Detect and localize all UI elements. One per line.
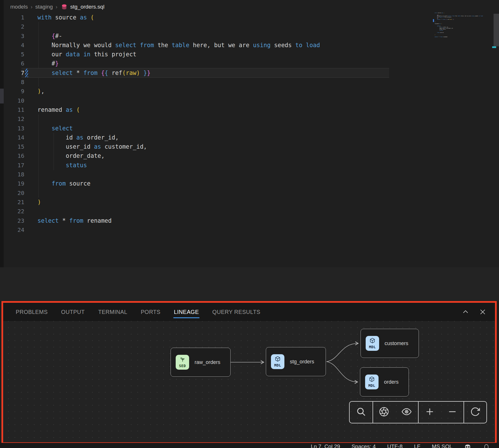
copilot-icon[interactable] <box>464 444 472 448</box>
node-label: customers <box>385 341 408 347</box>
code-line-17[interactable]: 17 status <box>4 161 430 170</box>
line-number: 6 <box>4 59 24 68</box>
seedling-badge: SED <box>176 355 189 370</box>
lineage-edges <box>3 321 495 442</box>
tab-terminal[interactable]: TERMINAL <box>98 309 127 315</box>
cube-badge: MDL <box>366 336 379 351</box>
panel-tab-bar-tabs: PROBLEMSOUTPUTTERMINALPORTSLINEAGEQUERY … <box>16 309 260 315</box>
breadcrumb-item-models[interactable]: models <box>10 4 28 10</box>
status-utf-8[interactable]: UTF-8 <box>387 443 403 448</box>
code-line-14[interactable]: 14 id as order_id, <box>4 133 430 142</box>
breadcrumb-item-staging[interactable]: staging <box>35 4 53 10</box>
tab-problems[interactable]: PROBLEMS <box>16 309 48 315</box>
refresh-icon <box>470 407 480 418</box>
code-line-18[interactable]: 18 <box>4 170 430 179</box>
line-number: 3 <box>4 31 24 41</box>
zoom-in-icon <box>425 407 435 418</box>
code-line-9[interactable]: 9), <box>4 87 430 96</box>
line-number: 16 <box>4 151 24 160</box>
edge-stg_orders-customers <box>326 343 358 362</box>
line-number: 4 <box>4 41 24 50</box>
line-number: 1 <box>4 13 24 22</box>
eye-button[interactable] <box>401 406 412 418</box>
seedling-icon <box>180 357 185 364</box>
line-number: 18 <box>4 170 24 179</box>
modified-line-indicator <box>25 69 28 77</box>
code-line-4[interactable]: 4 Normally we would select from the tabl… <box>4 41 430 50</box>
bell-icon[interactable] <box>483 444 490 448</box>
node-label: orders <box>384 379 399 385</box>
code-line-20[interactable]: 20 <box>4 188 430 198</box>
tab-query-results[interactable]: QUERY RESULTS <box>212 309 260 315</box>
badge-label: SED <box>179 364 186 368</box>
tab-output[interactable]: OUTPUT <box>61 309 85 315</box>
search-button[interactable] <box>356 406 367 418</box>
code-line-13[interactable]: 13 select <box>4 124 430 133</box>
code-line-3[interactable]: 3 {#- <box>4 31 430 41</box>
lineage-node-stg_orders[interactable]: MDLstg_orders <box>266 347 326 376</box>
lineage-node-raw_orders[interactable]: SEDraw_orders <box>171 348 231 377</box>
line-number: 12 <box>4 114 24 124</box>
tab-lineage[interactable]: LINEAGE <box>174 309 199 315</box>
code-line-19[interactable]: 19 from source <box>4 179 430 188</box>
chevron-up-icon[interactable] <box>462 308 469 316</box>
zoom-out-icon <box>447 407 457 418</box>
breadcrumb: models › staging › stg_orders.sql <box>10 3 104 11</box>
badge-label: MDL <box>369 345 376 349</box>
code-line-16[interactable]: 16 order_date, <box>4 151 430 160</box>
zoom-in-button[interactable] <box>425 407 435 418</box>
activity-strip <box>0 0 4 301</box>
eye-icon <box>401 406 412 418</box>
aperture-button[interactable] <box>379 407 389 418</box>
code-line-7[interactable]: 7 select * from {{ ref(raw) }} <box>4 68 430 77</box>
minimap-modified-marker <box>433 19 434 22</box>
code-line-8[interactable]: 8 <box>4 77 430 87</box>
status-ms-sql[interactable]: MS SQL <box>432 443 452 448</box>
cube-badge: MDL <box>271 354 284 369</box>
cube-icon <box>369 338 375 345</box>
lineage-toolbar <box>349 401 487 423</box>
code-line-24[interactable]: 24 <box>4 225 430 234</box>
code-line-5[interactable]: 5 our data in this project <box>4 50 430 59</box>
badge-label: MDL <box>274 363 281 367</box>
status-lf[interactable]: LF <box>414 443 420 448</box>
vscode-window: models › staging › stg_orders.sql 1with … <box>0 0 499 448</box>
code-editor[interactable]: 1with source as (2 3 {#-4 Normally we wo… <box>4 13 430 234</box>
line-number: 11 <box>4 105 24 114</box>
code-line-21[interactable]: 21) <box>4 198 430 207</box>
line-number: 10 <box>4 96 24 105</box>
code-line-22[interactable]: 22 <box>4 207 430 216</box>
overview-ruler-marker <box>492 46 496 48</box>
minimap[interactable]: with source as ( {#- Normally we would s… <box>435 13 484 41</box>
code-line-12[interactable]: 12 <box>4 114 430 124</box>
code-line-11[interactable]: 11renamed as ( <box>4 105 430 114</box>
editor-scrollbar[interactable] <box>494 14 499 46</box>
close-icon[interactable] <box>479 308 486 316</box>
cube-badge: MDL <box>365 375 379 389</box>
code-line-23[interactable]: 23select * from renamed <box>4 216 430 225</box>
bottom-panel: PROBLEMSOUTPUTTERMINALPORTSLINEAGEQUERY … <box>1 301 497 444</box>
code-line-15[interactable]: 15 user_id as customer_id, <box>4 142 430 151</box>
activity-strip-thumb[interactable] <box>0 89 4 103</box>
status-spaces-4[interactable]: Spaces: 4 <box>352 443 376 448</box>
code-line-2[interactable]: 2 <box>4 22 430 31</box>
editor-lower-gap <box>0 267 499 301</box>
line-number: 8 <box>4 77 24 87</box>
status-ln-7-col-29[interactable]: Ln 7, Col 29 <box>311 443 340 448</box>
code-line-1[interactable]: 1with source as ( <box>4 13 430 22</box>
code-line-10[interactable]: 10 <box>4 96 430 105</box>
lineage-node-customers[interactable]: MDLcustomers <box>361 329 419 358</box>
lineage-node-orders[interactable]: MDLorders <box>360 367 409 397</box>
search-icon <box>356 406 367 418</box>
code-line-6[interactable]: 6 #} <box>4 59 430 68</box>
cube-icon <box>275 356 281 363</box>
code-lines: 1with source as (2 3 {#-4 Normally we wo… <box>4 13 430 234</box>
tab-ports[interactable]: PORTS <box>141 309 161 315</box>
zoom-out-button[interactable] <box>447 407 457 418</box>
database-icon <box>61 4 67 10</box>
lineage-graph[interactable]: SEDraw_ordersMDLstg_ordersMDLcustomersMD… <box>3 321 495 442</box>
breadcrumb-file-name[interactable]: stg_orders.sql <box>70 4 104 10</box>
refresh-button[interactable] <box>470 407 480 418</box>
chevron-right-icon: › <box>30 4 33 10</box>
line-number: 22 <box>4 207 24 216</box>
